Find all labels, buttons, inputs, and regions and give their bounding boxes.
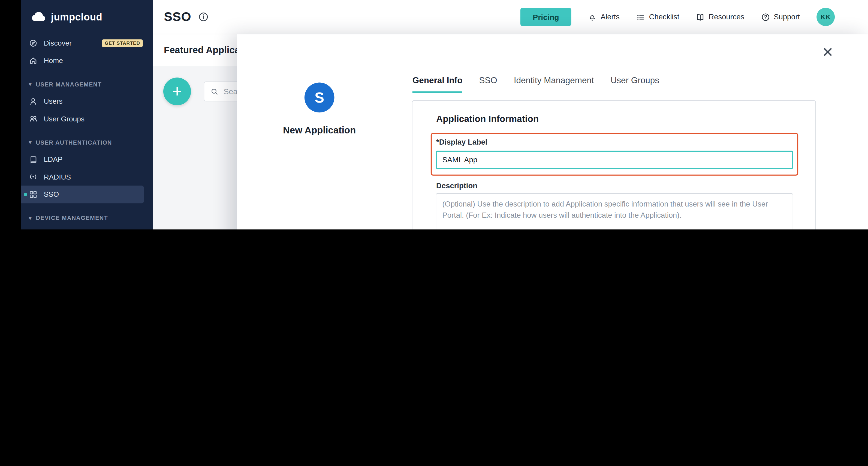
sidebar-item-sso[interactable]: SSO bbox=[21, 185, 144, 203]
sso-grid-icon bbox=[29, 190, 38, 199]
section-user-authentication[interactable]: ▾ USER AUTHENTICATION bbox=[21, 134, 153, 151]
application-name: New Application bbox=[253, 125, 386, 137]
sidebar-item-label: RADIUS bbox=[43, 173, 71, 181]
top-bar-actions: Pricing Alerts Checklist Resources Suppo… bbox=[521, 8, 835, 26]
sidebar-item-discover[interactable]: Discover GET STARTED bbox=[21, 34, 153, 52]
app-window: jumpcloud Discover GET STARTED Home ▾ US… bbox=[21, 0, 868, 229]
chevron-down-icon: ▾ bbox=[29, 215, 32, 221]
add-application-button[interactable]: + bbox=[163, 78, 191, 105]
user-avatar[interactable]: KK bbox=[816, 8, 835, 26]
card-title: Application Information bbox=[436, 114, 539, 124]
sidebar-nav: Discover GET STARTED Home ▾ USER MANAGEM… bbox=[21, 34, 153, 229]
get-started-badge: GET STARTED bbox=[102, 39, 143, 47]
tab-identity-management[interactable]: Identity Management bbox=[514, 75, 594, 93]
description-field-label: Description bbox=[436, 182, 477, 190]
support-label: Support bbox=[774, 13, 800, 21]
sidebar-item-label: Home bbox=[43, 56, 63, 65]
sidebar-item-home[interactable]: Home bbox=[21, 52, 153, 69]
display-label-input[interactable] bbox=[436, 151, 793, 169]
resources-label: Resources bbox=[709, 13, 745, 21]
question-icon bbox=[761, 12, 770, 21]
application-avatar: S bbox=[305, 83, 335, 113]
sidebar-item-radius[interactable]: RADIUS bbox=[21, 168, 153, 185]
modal-tabs: General Info SSO Identity Management Use… bbox=[412, 75, 659, 93]
application-information-card: Application Information *Display Label D… bbox=[412, 100, 816, 229]
sidebar-item-user-groups[interactable]: User Groups bbox=[21, 110, 153, 127]
new-application-modal: ✕ S New Application General Info SSO Ide… bbox=[237, 34, 868, 229]
radius-icon bbox=[29, 172, 38, 181]
description-textarea[interactable] bbox=[436, 194, 793, 229]
sidebar-item-label: LDAP bbox=[43, 155, 62, 164]
sidebar-item-label: SSO bbox=[43, 190, 59, 198]
discover-icon bbox=[29, 39, 38, 48]
support-link[interactable]: Support bbox=[761, 12, 800, 21]
alerts-label: Alerts bbox=[600, 13, 620, 21]
jumpcloud-logo[interactable]: jumpcloud bbox=[21, 0, 153, 34]
section-title-label: DEVICE MANAGEMENT bbox=[36, 214, 108, 221]
section-user-management[interactable]: ▾ USER MANAGEMENT bbox=[21, 75, 153, 92]
checklist-icon bbox=[636, 12, 645, 21]
section-title-label: USER AUTHENTICATION bbox=[36, 139, 112, 145]
page-title: SSO bbox=[164, 9, 191, 25]
user-icon bbox=[29, 97, 38, 106]
bell-icon bbox=[588, 12, 596, 21]
user-group-icon bbox=[29, 114, 38, 123]
home-icon bbox=[29, 56, 38, 65]
resources-link[interactable]: Resources bbox=[696, 12, 745, 21]
sidebar-item-users[interactable]: Users bbox=[21, 92, 153, 110]
info-icon[interactable] bbox=[198, 12, 209, 22]
jumpcloud-wordmark: jumpcloud bbox=[51, 11, 102, 23]
sidebar-item-ldap[interactable]: LDAP bbox=[21, 151, 153, 168]
tab-sso[interactable]: SSO bbox=[479, 75, 497, 93]
section-title-label: USER MANAGEMENT bbox=[36, 81, 102, 87]
featured-heading-label: Featured Applica bbox=[164, 45, 237, 56]
jumpcloud-cloud-icon bbox=[31, 12, 46, 22]
tab-user-groups[interactable]: User Groups bbox=[611, 75, 659, 93]
tab-general-info[interactable]: General Info bbox=[412, 75, 463, 93]
book-icon bbox=[696, 12, 705, 21]
section-device-management[interactable]: ▾ DEVICE MANAGEMENT bbox=[21, 209, 153, 227]
chevron-down-icon: ▾ bbox=[29, 81, 32, 87]
alerts-link[interactable]: Alerts bbox=[588, 12, 620, 21]
sidebar-item-label: Discover bbox=[43, 39, 72, 47]
checklist-link[interactable]: Checklist bbox=[636, 12, 679, 21]
sidebar-item-label: User Groups bbox=[43, 115, 85, 123]
sidebar-item-devices[interactable]: Devices bbox=[21, 227, 153, 229]
sidebar: jumpcloud Discover GET STARTED Home ▾ US… bbox=[21, 0, 153, 229]
ldap-icon bbox=[29, 155, 38, 164]
top-bar: SSO Pricing Alerts Checklist Resources S… bbox=[153, 0, 868, 34]
pricing-button[interactable]: Pricing bbox=[521, 8, 571, 26]
chevron-down-icon: ▾ bbox=[29, 139, 32, 145]
search-icon bbox=[211, 87, 219, 95]
sidebar-item-label: Users bbox=[43, 97, 62, 105]
checklist-label: Checklist bbox=[649, 13, 679, 21]
display-label-field-label: *Display Label bbox=[436, 138, 487, 146]
screenshot-stage: jumpcloud Discover GET STARTED Home ▾ US… bbox=[0, 0, 868, 229]
featured-applications-heading: Featured Applica bbox=[153, 34, 237, 67]
close-icon[interactable]: ✕ bbox=[822, 46, 834, 59]
